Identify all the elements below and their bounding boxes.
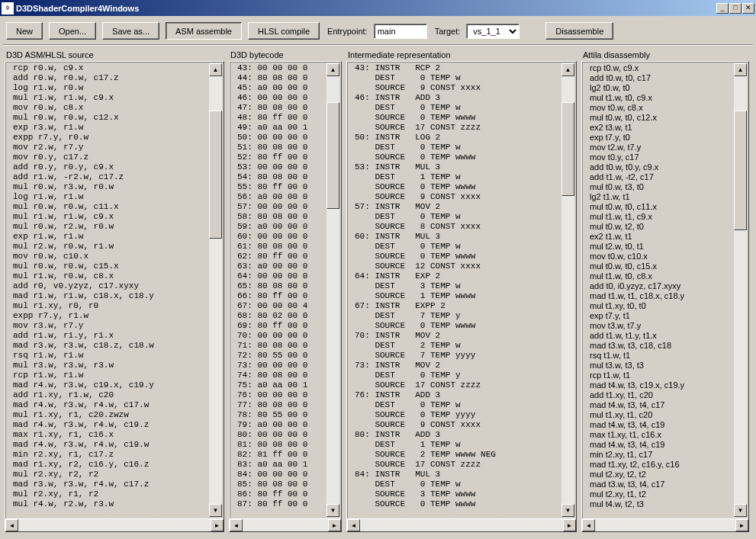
attila-panel: Attila disassembly rcp t0.w, c9.x add t0… [581, 50, 749, 532]
scroll-down-icon[interactable]: ▼ [734, 504, 747, 517]
disassemble-button[interactable]: Disassemble [545, 22, 613, 40]
asm-hscroll[interactable]: ◄ ► [5, 518, 224, 531]
toolbar-divider [3, 44, 753, 46]
bytecode-vscroll[interactable]: ▲ ▼ [327, 63, 339, 517]
open-button[interactable]: Open... [49, 22, 96, 40]
bytecode-panel: D3D bytecode 43: 00 00 00 0 44: 80 08 00… [229, 50, 342, 532]
scroll-up-icon[interactable]: ▲ [327, 63, 339, 76]
ir-vscroll[interactable]: ▲ ▼ [561, 63, 574, 517]
scroll-up-icon[interactable]: ▲ [209, 63, 222, 76]
app-icon: ◊ [2, 2, 14, 14]
ir-panel: Intermediate representation 43: INSTR RC… [346, 50, 577, 532]
new-button[interactable]: New [6, 22, 43, 40]
scroll-left-icon[interactable]: ◄ [582, 519, 595, 531]
panels-row: D3D ASM/HLSL source rcp r0.w, c9.x add r… [0, 47, 756, 537]
bytecode-hscroll[interactable]: ◄ ► [230, 518, 341, 531]
ir-panel-label: Intermediate representation [346, 50, 577, 59]
scroll-right-icon[interactable]: ► [563, 519, 576, 531]
scroll-down-icon[interactable]: ▼ [209, 504, 222, 517]
minimize-button[interactable]: _ [716, 3, 729, 14]
asm-panel: D3D ASM/HLSL source rcp r0.w, c9.x add r… [5, 50, 224, 532]
asm-source-text[interactable]: rcp r0.w, c9.x add r0.w, r0.w, c17.z log… [5, 62, 224, 518]
ir-hscroll[interactable]: ◄ ► [347, 518, 576, 531]
bytecode-panel-label: D3D bytecode [229, 50, 342, 59]
toolbar: New Open... Save as... ASM assemble HLSL… [0, 16, 756, 43]
asm-assemble-button[interactable]: ASM assemble [166, 22, 242, 40]
scroll-left-icon[interactable]: ◄ [5, 519, 18, 531]
maximize-button[interactable]: □ [729, 3, 742, 14]
scroll-up-icon[interactable]: ▲ [561, 63, 574, 76]
scroll-right-icon[interactable]: ► [735, 519, 748, 531]
target-label: Target: [435, 27, 461, 36]
hlsl-compile-button[interactable]: HLSL compile [248, 22, 320, 40]
scroll-down-icon[interactable]: ▼ [327, 504, 339, 517]
bytecode-text[interactable]: 43: 00 00 00 0 44: 80 08 00 0 45: a0 00 … [230, 62, 341, 518]
target-select[interactable]: vs_1_1 [466, 24, 520, 39]
close-button[interactable]: ✕ [742, 3, 754, 14]
attila-vscroll[interactable]: ▲ ▼ [734, 63, 747, 517]
entrypoint-input[interactable] [374, 24, 427, 39]
attila-hscroll[interactable]: ◄ ► [582, 518, 748, 531]
scroll-up-icon[interactable]: ▲ [734, 63, 747, 76]
asm-vscroll[interactable]: ▲ ▼ [209, 63, 222, 517]
asm-panel-label: D3D ASM/HLSL source [5, 50, 224, 59]
scroll-right-icon[interactable]: ► [328, 519, 341, 531]
ir-text[interactable]: 43: INSTR RCP 2 DEST 0 TEMP w SOURCE 9 C… [347, 62, 576, 518]
scroll-right-icon[interactable]: ► [211, 519, 224, 531]
save-as-button[interactable]: Save as... [102, 22, 159, 40]
titlebar: ◊ D3DShaderCompiler4Windows _ □ ✕ [0, 0, 756, 16]
attila-panel-label: Attila disassembly [581, 50, 749, 59]
window-title: D3DShaderCompiler4Windows [16, 4, 716, 13]
scroll-left-icon[interactable]: ◄ [230, 519, 243, 531]
scroll-left-icon[interactable]: ◄ [347, 519, 360, 531]
scroll-down-icon[interactable]: ▼ [561, 504, 574, 517]
attila-text[interactable]: rcp t0.w, c9.x add t0.w, t0, c17 lg2 t0.… [582, 62, 748, 518]
entrypoint-label: Entrypoint: [327, 27, 368, 36]
